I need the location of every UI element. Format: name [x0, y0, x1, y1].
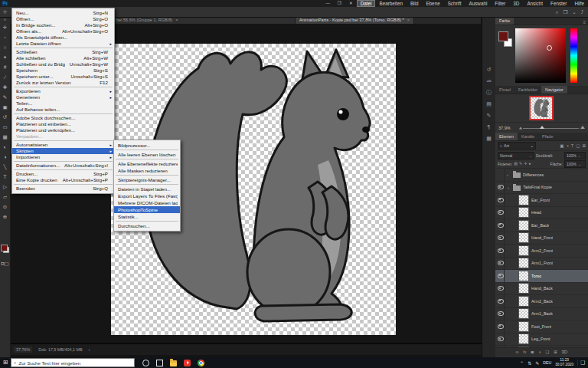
panel-tab[interactable]: Kanäle	[518, 133, 538, 140]
move-tool-icon[interactable]: ✛	[3, 7, 7, 17]
menu-item[interactable]: Öffnen als... Alt+Umschalt+Strg+O	[12, 28, 114, 34]
restore-icon[interactable]: ❐	[334, 0, 345, 7]
clone-stamp-tool[interactable]: ▣	[0, 102, 10, 112]
layer-thumbnail[interactable]	[518, 195, 529, 205]
pixel-filter-icon[interactable]: ▣	[560, 141, 564, 150]
menu-item[interactable]: Dateien in Stapel laden...	[114, 186, 180, 192]
layer-name[interactable]: Arm2_Front	[531, 248, 553, 253]
layer-thumbnail[interactable]	[513, 172, 521, 178]
layer-visibility-eye-icon[interactable]	[497, 283, 505, 295]
paragraph-icon[interactable]: ¶	[488, 123, 491, 130]
panel-tab[interactable]: Pfade	[538, 133, 557, 140]
opacity-select[interactable]: 100% ⌄	[564, 152, 586, 159]
lock-all-icon[interactable]: ●	[528, 159, 531, 168]
taskbar-search[interactable]: ⌕	[11, 358, 135, 367]
menu-item[interactable]: Bildprozessor...	[114, 142, 180, 149]
menu-bar-item[interactable]: Datei	[357, 0, 376, 7]
menu-item[interactable]: Skriptereignis-Manager...	[114, 176, 180, 183]
menu-item[interactable]: Schließen und zu Bridge gehen... Umschal…	[12, 61, 114, 67]
menu-item[interactable]: Drucken... Strg+P	[12, 171, 114, 177]
panel-tab[interactable]: Navigator	[541, 86, 567, 94]
foreground-color-swatch[interactable]	[1, 245, 8, 251]
fill-select[interactable]: 100% ⌄	[564, 160, 586, 168]
menu-item[interactable]: Schließen Strg+W	[12, 49, 114, 55]
menu-item[interactable]: Dateiinformationen... Alt+Umschalt+Strg+…	[12, 163, 114, 169]
menu-item[interactable]: Verpacken...	[12, 133, 114, 140]
layer-name[interactable]: Head	[531, 210, 541, 215]
menu-item[interactable]: Adobe Stock durchsuchen...	[12, 115, 114, 121]
shape-tool[interactable]: ▱	[0, 192, 10, 202]
menu-item[interactable]: In Bridge suchen... Alt+Strg+O	[12, 22, 114, 28]
layer-expand-icon[interactable]: ⌄	[507, 185, 511, 189]
menu-item[interactable]: Generieren ▸	[12, 94, 114, 100]
layer-effects-icon[interactable]: fx	[523, 348, 526, 356]
info-icon[interactable]: ⓘ	[486, 89, 492, 96]
menu-item[interactable]: Teilen...	[12, 100, 114, 107]
layer-name[interactable]: Arm1_Back	[531, 311, 553, 316]
hand-tool[interactable]: ⊙	[0, 202, 10, 212]
search-input[interactable]	[18, 360, 134, 366]
layer-visibility-eye-icon[interactable]	[497, 320, 505, 333]
close-icon[interactable]: ✕	[345, 0, 357, 7]
layer-name[interactable]: Arm1_Front	[531, 261, 553, 265]
layer-mask-icon[interactable]: ◙	[531, 348, 534, 356]
color-cursor[interactable]	[547, 45, 552, 51]
layer-thumbnail[interactable]	[518, 296, 529, 307]
close-tab-icon[interactable]: ×	[407, 17, 410, 24]
layer-visibility-eye-icon[interactable]	[497, 219, 505, 232]
layer-thumbnail[interactable]	[518, 283, 529, 294]
layer-name[interactable]: Differences	[523, 172, 544, 177]
layer-name[interactable]: Leg_Front	[531, 337, 550, 341]
menu-item[interactable]: Alle schließen Alt+Strg+W	[12, 55, 114, 61]
layer-visibility-eye-icon[interactable]	[497, 346, 505, 347]
menu-bar-item[interactable]: Hilfe	[570, 0, 588, 7]
menu-item[interactable]: Speichern Strg+S	[12, 67, 114, 74]
menu-item[interactable]: Speichern unter... Umschalt+Strg+S	[12, 74, 114, 80]
adjustment-filter-icon[interactable]: ◑	[566, 141, 568, 150]
shape-filter-icon[interactable]: ▢	[576, 141, 580, 150]
workspace-switcher-icon[interactable]: ❒	[563, 7, 567, 17]
menu-item[interactable]: Statistik...	[114, 213, 180, 220]
marquee-tool[interactable]: ▫	[0, 32, 10, 42]
lock-paint-icon[interactable]: ✎	[519, 159, 522, 168]
layer-visibility-eye-icon[interactable]	[497, 194, 505, 206]
menu-item[interactable]: Automatisieren ▸	[12, 142, 114, 148]
layer-row[interactable]: Arm2_Front	[495, 245, 588, 258]
layer-name[interactable]: Ear_Front	[531, 198, 550, 202]
brush-settings-icon[interactable]: ✎	[487, 112, 492, 119]
status-expand-icon[interactable]: ›	[89, 347, 90, 352]
libraries-icon[interactable]: ▦	[486, 135, 492, 142]
layer-thumbnail[interactable]	[518, 207, 529, 218]
layer-expand-icon[interactable]: ›	[507, 172, 511, 177]
layer-name[interactable]: Arm2_Back	[531, 299, 553, 304]
panel-tab[interactable]: Pinsel	[495, 86, 514, 94]
navigator-zoom-value[interactable]: 37,9%	[498, 126, 515, 130]
lock-position-icon[interactable]: ✛	[524, 159, 527, 168]
lasso-tool[interactable]: ○	[0, 42, 10, 52]
navigator-zoom-slider[interactable]	[518, 125, 585, 131]
type-filter-icon[interactable]: T	[571, 141, 573, 150]
layer-visibility-eye-icon[interactable]	[497, 308, 505, 320]
lock-transparency-icon[interactable]: ▨	[514, 159, 518, 168]
layer-thumbnail[interactable]	[518, 220, 529, 231]
layer-row[interactable]: Arm1_Front	[495, 258, 588, 271]
pen-icon[interactable]: ✎	[535, 360, 539, 366]
minimize-icon[interactable]: —	[322, 0, 334, 7]
layer-visibility-eye-icon[interactable]	[497, 232, 505, 245]
hue-slider[interactable]	[570, 28, 577, 83]
history-icon[interactable]: ↺	[487, 66, 492, 73]
menu-item[interactable]: Auf Behance teilen...	[12, 107, 114, 113]
layer-name[interactable]: Torso	[531, 274, 541, 278]
menu-bar-item[interactable]: Ansicht	[523, 0, 547, 7]
layer-thumbnail[interactable]	[518, 245, 529, 256]
menu-item[interactable]: Neu... Strg+N	[12, 10, 114, 16]
file-explorer-icon[interactable]	[170, 360, 177, 366]
collapse-toolbar-icon[interactable]: »	[4, 17, 6, 22]
menu-item[interactable]: Durchsuchen...	[114, 222, 180, 229]
eraser-tool[interactable]: ▭	[0, 122, 10, 132]
task-view-icon[interactable]	[156, 360, 163, 366]
layer-row[interactable]: Head	[495, 207, 588, 220]
eyedropper-tool[interactable]: ∕	[0, 72, 10, 82]
network-icon[interactable]: ⇅	[528, 360, 531, 366]
layer-thumbnail[interactable]	[518, 321, 529, 332]
